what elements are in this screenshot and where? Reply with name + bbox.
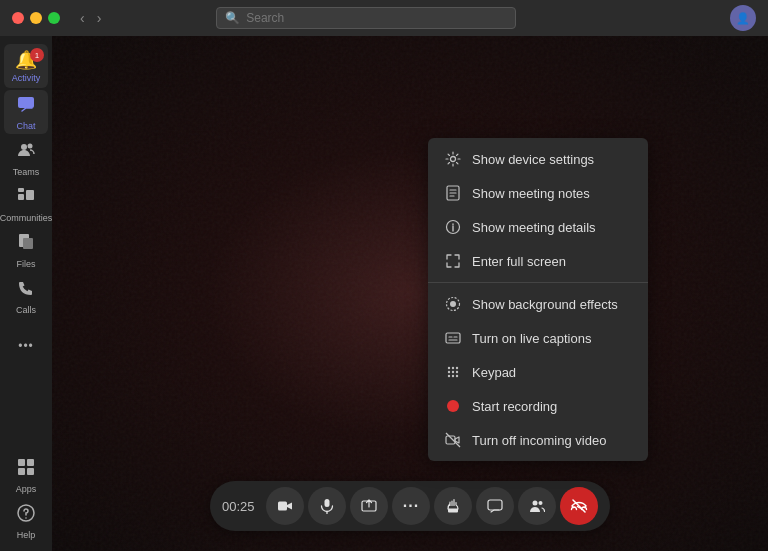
chat-icon xyxy=(16,94,36,119)
sidebar-item-files[interactable]: Files xyxy=(4,228,48,272)
svg-rect-4 xyxy=(26,190,34,200)
menu-item-start-recording[interactable]: Start recording xyxy=(428,389,648,423)
raise-hand-button[interactable] xyxy=(434,487,472,525)
menu-label-incoming-video: Turn off incoming video xyxy=(472,433,606,448)
svg-point-24 xyxy=(452,371,454,373)
sidebar-label-activity: Activity xyxy=(12,73,41,83)
svg-point-27 xyxy=(452,375,454,377)
incoming-video-icon xyxy=(444,431,462,449)
menu-item-keypad[interactable]: Keypad xyxy=(428,355,648,389)
svg-rect-33 xyxy=(325,499,330,507)
sidebar-bottom: Apps Help xyxy=(4,453,48,551)
svg-line-31 xyxy=(446,433,460,447)
svg-point-29 xyxy=(447,400,459,412)
traffic-lights xyxy=(12,12,60,24)
meeting-details-icon xyxy=(444,218,462,236)
end-call-button[interactable] xyxy=(560,487,598,525)
svg-rect-7 xyxy=(23,238,33,249)
svg-rect-32 xyxy=(278,502,287,511)
menu-label-start-recording: Start recording xyxy=(472,399,557,414)
sidebar-item-teams[interactable]: Teams xyxy=(4,136,48,180)
menu-item-incoming-video[interactable]: Turn off incoming video xyxy=(428,423,648,457)
keypad-icon xyxy=(444,363,462,381)
svg-point-28 xyxy=(456,375,458,377)
title-bar: ‹ › 🔍 👤 xyxy=(0,0,768,36)
more-dots-icon: ··· xyxy=(403,498,419,514)
sidebar-item-chat[interactable]: Chat xyxy=(4,90,48,134)
share-button[interactable] xyxy=(350,487,388,525)
svg-point-17 xyxy=(450,301,456,307)
svg-point-23 xyxy=(448,371,450,373)
sidebar-item-calls[interactable]: Calls xyxy=(4,274,48,318)
camera-button[interactable] xyxy=(266,487,304,525)
sidebar-label-communities: Communities xyxy=(0,213,52,223)
background-effects-icon xyxy=(444,295,462,313)
files-icon xyxy=(16,232,36,257)
more-button[interactable]: ··· xyxy=(392,487,430,525)
svg-rect-0 xyxy=(18,97,34,108)
menu-item-background-effects[interactable]: Show background effects xyxy=(428,287,648,321)
fullscreen-icon xyxy=(444,252,462,270)
activity-badge: 1 xyxy=(30,48,44,62)
sidebar-label-files: Files xyxy=(16,259,35,269)
search-bar[interactable]: 🔍 xyxy=(216,7,516,29)
participants-button[interactable] xyxy=(518,487,556,525)
svg-point-2 xyxy=(28,143,33,148)
sidebar-item-help[interactable]: Help xyxy=(4,499,48,543)
communities-icon xyxy=(16,186,36,211)
maximize-button[interactable] xyxy=(48,12,60,24)
apps-icon xyxy=(16,457,36,482)
call-area: Show device settings Show meeting notes … xyxy=(52,36,768,551)
avatar-image: 👤 xyxy=(736,12,750,25)
forward-button[interactable]: › xyxy=(93,8,106,28)
sidebar-item-more[interactable]: ••• xyxy=(4,324,48,368)
call-controls-bar: 00:25 ··· xyxy=(210,481,610,531)
minimize-button[interactable] xyxy=(30,12,42,24)
svg-point-26 xyxy=(448,375,450,377)
svg-rect-9 xyxy=(27,459,34,466)
svg-point-14 xyxy=(451,157,456,162)
sidebar-label-teams: Teams xyxy=(13,167,40,177)
svg-rect-36 xyxy=(488,500,502,510)
menu-label-meeting-details: Show meeting details xyxy=(472,220,596,235)
app-body: 🔔 Activity 1 Chat Teams Communities xyxy=(0,36,768,551)
call-timer: 00:25 xyxy=(222,499,258,514)
sidebar-item-activity[interactable]: 🔔 Activity 1 xyxy=(4,44,48,88)
menu-item-device-settings[interactable]: Show device settings xyxy=(428,142,648,176)
avatar[interactable]: 👤 xyxy=(730,5,756,31)
svg-rect-10 xyxy=(18,468,25,475)
svg-rect-8 xyxy=(18,459,25,466)
live-captions-icon xyxy=(444,329,462,347)
close-button[interactable] xyxy=(12,12,24,24)
svg-point-22 xyxy=(456,367,458,369)
nav-buttons: ‹ › xyxy=(76,8,105,28)
menu-label-live-captions: Turn on live captions xyxy=(472,331,591,346)
svg-rect-19 xyxy=(446,333,460,343)
menu-divider-1 xyxy=(428,282,648,283)
sidebar-item-communities[interactable]: Communities xyxy=(4,182,48,226)
svg-point-38 xyxy=(539,501,543,505)
chat-button[interactable] xyxy=(476,487,514,525)
microphone-button[interactable] xyxy=(308,487,346,525)
svg-rect-3 xyxy=(18,194,24,200)
search-input[interactable] xyxy=(246,11,507,25)
meeting-notes-icon xyxy=(444,184,462,202)
sidebar: 🔔 Activity 1 Chat Teams Communities xyxy=(0,36,52,551)
menu-item-meeting-details[interactable]: Show meeting details xyxy=(428,210,648,244)
search-icon: 🔍 xyxy=(225,11,240,25)
svg-point-20 xyxy=(448,367,450,369)
menu-item-live-captions[interactable]: Turn on live captions xyxy=(428,321,648,355)
sidebar-label-chat: Chat xyxy=(16,121,35,131)
menu-item-meeting-notes[interactable]: Show meeting notes xyxy=(428,176,648,210)
device-settings-icon xyxy=(444,150,462,168)
svg-point-25 xyxy=(456,371,458,373)
menu-label-keypad: Keypad xyxy=(472,365,516,380)
back-button[interactable]: ‹ xyxy=(76,8,89,28)
svg-rect-11 xyxy=(27,468,34,475)
menu-label-meeting-notes: Show meeting notes xyxy=(472,186,590,201)
menu-item-fullscreen[interactable]: Enter full screen xyxy=(428,244,648,278)
more-icon: ••• xyxy=(18,339,34,353)
sidebar-item-apps[interactable]: Apps xyxy=(4,453,48,497)
context-menu: Show device settings Show meeting notes … xyxy=(428,138,648,461)
help-icon xyxy=(16,503,36,528)
